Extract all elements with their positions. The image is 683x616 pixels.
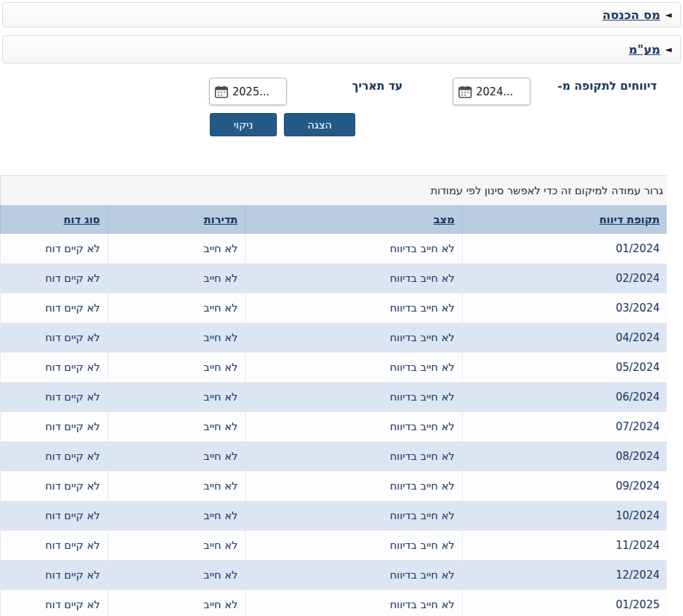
cell-period: 09/2024 — [462, 471, 667, 501]
cell-status: לא חייב בדיווח — [245, 531, 462, 560]
cell-status: לא חייב בדיווח — [245, 501, 462, 531]
table-row: 02/2024לא חייב בדיווחלא חייבלא קיים דוח — [0, 263, 667, 293]
cell-period: 12/2024 — [462, 560, 667, 590]
table-row: 03/2024לא חייב בדיווחלא חייבלא קיים דוח — [0, 293, 667, 323]
cell-period: 04/2024 — [462, 323, 667, 353]
cell-report-type: לא קיים דוח — [0, 323, 107, 353]
cell-frequency: לא חייב — [107, 501, 245, 531]
cell-report-type: לא קיים דוח — [0, 471, 107, 501]
table-body: 01/2024לא חייב בדיווחלא חייבלא קיים דוח0… — [0, 234, 667, 616]
cell-period: 08/2024 — [462, 442, 667, 471]
cell-period: 02/2024 — [462, 263, 667, 293]
cell-status: לא חייב בדיווח — [245, 471, 462, 501]
table-row: 06/2024לא חייב בדיווחלא חייבלא קיים דוח — [0, 382, 667, 412]
clear-button[interactable]: ניקוי — [210, 113, 277, 136]
vat-reports-page: ◄ מס הכנסה ◄ מע"מ דיווחים לתקופה מ- 2024… — [0, 0, 683, 616]
reports-grid: גרור עמודה למיקום זה כדי לאפשר סינון לפי… — [0, 175, 667, 616]
section-income-tax[interactable]: ◄ מס הכנסה — [2, 2, 681, 28]
cell-report-type: לא קיים דוח — [0, 531, 107, 560]
table-header-row: תקופת דיווח מצב תדירות סוג דוח — [0, 206, 667, 234]
cell-status: לא חייב בדיווח — [245, 560, 462, 590]
cell-period: 11/2024 — [462, 531, 667, 560]
from-date-input[interactable]: 2024... — [453, 78, 530, 105]
cell-report-type: לא קיים דוח — [0, 501, 107, 531]
cell-frequency: לא חייב — [107, 382, 245, 412]
reports-table: תקופת דיווח מצב תדירות סוג דוח 01/2024לא… — [0, 206, 667, 616]
to-date-input[interactable]: 2025... — [209, 78, 287, 105]
cell-frequency: לא חייב — [107, 234, 245, 263]
cell-frequency: לא חייב — [107, 412, 245, 442]
table-row: 01/2025לא חייב בדיווחלא חייבלא קיים דוח — [0, 590, 667, 616]
cell-report-type: לא קיים דוח — [0, 263, 107, 293]
to-date-label: עד תאריך — [352, 79, 403, 93]
cell-frequency: לא חייב — [107, 263, 245, 293]
cell-status: לא חייב בדיווח — [245, 353, 462, 382]
table-row: 09/2024לא חייב בדיווחלא חייבלא קיים דוח — [0, 471, 667, 501]
table-row: 01/2024לא חייב בדיווחלא חייבלא קיים דוח — [0, 234, 667, 263]
table-row: 04/2024לא חייב בדיווחלא חייבלא קיים דוח — [0, 323, 667, 353]
table-row: 07/2024לא חייב בדיווחלא חייבלא קיים דוח — [0, 412, 667, 442]
cell-frequency: לא חייב — [107, 471, 245, 501]
cell-frequency: לא חייב — [107, 323, 245, 353]
collapse-arrow-icon: ◄ — [665, 11, 672, 19]
cell-status: לא חייב בדיווח — [245, 590, 462, 616]
section-vat[interactable]: ◄ מע"מ — [2, 35, 681, 64]
column-header-report-type[interactable]: סוג דוח — [0, 206, 107, 234]
collapse-arrow-icon: ◄ — [665, 45, 672, 54]
table-row: 05/2024לא חייב בדיווחלא חייבלא קיים דוח — [0, 353, 667, 382]
cell-status: לא חייב בדיווח — [245, 234, 462, 263]
cell-period: 01/2024 — [462, 234, 667, 263]
cell-status: לא חייב בדיווח — [245, 382, 462, 412]
column-group-drop-zone[interactable]: גרור עמודה למיקום זה כדי לאפשר סינון לפי… — [1, 176, 667, 206]
from-date-label: דיווחים לתקופה מ- — [557, 79, 657, 93]
cell-frequency: לא חייב — [107, 590, 245, 616]
cell-status: לא חייב בדיווח — [245, 263, 462, 293]
table-row: 12/2024לא חייב בדיווחלא חייבלא קיים דוח — [0, 560, 667, 590]
cell-report-type: לא קיים דוח — [0, 560, 107, 590]
section-income-tax-link[interactable]: מס הכנסה — [602, 8, 660, 22]
table-row: 08/2024לא חייב בדיווחלא חייבלא קיים דוח — [0, 442, 667, 471]
column-header-frequency[interactable]: תדירות — [107, 206, 245, 234]
cell-period: 03/2024 — [462, 293, 667, 323]
cell-period: 06/2024 — [462, 382, 667, 412]
section-vat-link[interactable]: מע"מ — [629, 42, 660, 57]
cell-status: לא חייב בדיווח — [245, 412, 462, 442]
table-row: 11/2024לא חייב בדיווחלא חייבלא קיים דוח — [0, 531, 667, 560]
cell-period: 05/2024 — [462, 353, 667, 382]
cell-frequency: לא חייב — [107, 531, 245, 560]
cell-period: 01/2025 — [462, 590, 667, 616]
cell-report-type: לא קיים דוח — [0, 590, 107, 616]
cell-frequency: לא חייב — [107, 442, 245, 471]
cell-status: לא חייב בדיווח — [245, 442, 462, 471]
to-date-value: 2025... — [232, 85, 281, 98]
cell-period: 07/2024 — [462, 412, 667, 442]
calendar-icon[interactable] — [215, 85, 228, 98]
cell-report-type: לא קיים דוח — [0, 353, 107, 382]
column-header-status[interactable]: מצב — [245, 206, 462, 234]
cell-report-type: לא קיים דוח — [0, 382, 107, 412]
cell-frequency: לא חייב — [107, 560, 245, 590]
from-date-value: 2024... — [476, 85, 525, 98]
show-button[interactable]: הצגה — [284, 113, 355, 136]
cell-status: לא חייב בדיווח — [245, 293, 462, 323]
cell-report-type: לא קיים דוח — [0, 234, 107, 263]
cell-status: לא חייב בדיווח — [245, 323, 462, 353]
table-row: 10/2024לא חייב בדיווחלא חייבלא קיים דוח — [0, 501, 667, 531]
cell-report-type: לא קיים דוח — [0, 442, 107, 471]
column-header-period[interactable]: תקופת דיווח — [462, 206, 667, 234]
calendar-icon[interactable] — [458, 85, 472, 98]
cell-report-type: לא קיים דוח — [0, 412, 107, 442]
cell-frequency: לא חייב — [107, 353, 245, 382]
cell-frequency: לא חייב — [107, 293, 245, 323]
cell-report-type: לא קיים דוח — [0, 293, 107, 323]
cell-period: 10/2024 — [462, 501, 667, 531]
